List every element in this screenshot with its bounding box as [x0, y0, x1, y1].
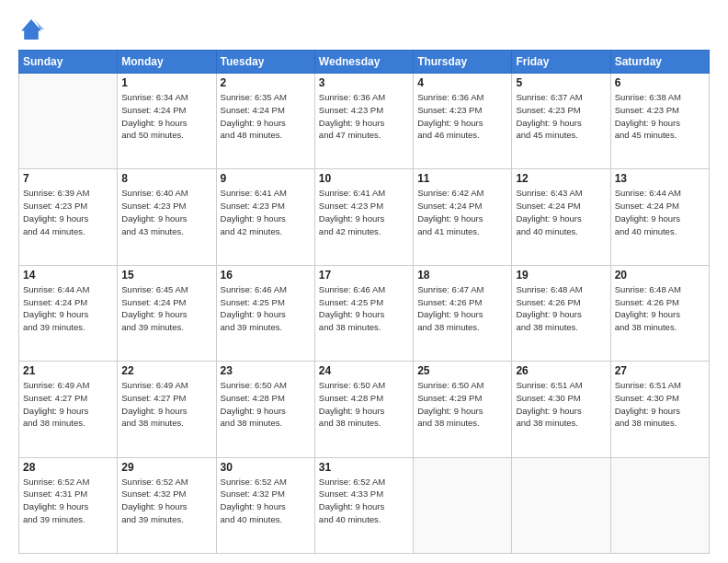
- calendar-cell: 9Sunrise: 6:41 AMSunset: 4:23 PMDaylight…: [216, 169, 314, 265]
- day-info: Sunrise: 6:52 AMSunset: 4:33 PMDaylight:…: [319, 476, 409, 526]
- calendar-cell: [414, 457, 512, 553]
- calendar-cell: 12Sunrise: 6:43 AMSunset: 4:24 PMDayligh…: [512, 169, 610, 265]
- day-number: 25: [417, 364, 507, 377]
- day-number: 26: [516, 364, 606, 377]
- calendar-cell: 2Sunrise: 6:35 AMSunset: 4:24 PMDaylight…: [216, 74, 314, 169]
- day-number: 14: [23, 269, 113, 282]
- calendar-cell: [512, 457, 610, 553]
- day-info: Sunrise: 6:42 AMSunset: 4:24 PMDaylight:…: [417, 187, 507, 237]
- weekday-header-row: SundayMondayTuesdayWednesdayThursdayFrid…: [19, 51, 710, 74]
- svg-marker-0: [21, 19, 41, 40]
- day-number: 29: [121, 461, 211, 474]
- day-number: 7: [23, 172, 113, 185]
- day-info: Sunrise: 6:52 AMSunset: 4:31 PMDaylight:…: [23, 476, 113, 526]
- calendar-cell: 25Sunrise: 6:50 AMSunset: 4:29 PMDayligh…: [414, 362, 512, 457]
- calendar-cell: 31Sunrise: 6:52 AMSunset: 4:33 PMDayligh…: [314, 457, 413, 553]
- calendar-cell: 10Sunrise: 6:41 AMSunset: 4:23 PMDayligh…: [314, 169, 413, 265]
- weekday-header-friday: Friday: [512, 51, 610, 74]
- day-number: 28: [23, 461, 113, 474]
- day-number: 17: [319, 269, 409, 282]
- calendar-cell: 27Sunrise: 6:51 AMSunset: 4:30 PMDayligh…: [610, 362, 709, 457]
- day-info: Sunrise: 6:43 AMSunset: 4:24 PMDaylight:…: [516, 187, 606, 237]
- day-info: Sunrise: 6:51 AMSunset: 4:30 PMDaylight:…: [516, 379, 606, 430]
- day-number: 23: [221, 364, 311, 377]
- day-info: Sunrise: 6:35 AMSunset: 4:24 PMDaylight:…: [221, 91, 311, 142]
- week-row-1: 7Sunrise: 6:39 AMSunset: 4:23 PMDaylight…: [19, 169, 710, 265]
- calendar-cell: 24Sunrise: 6:50 AMSunset: 4:28 PMDayligh…: [314, 362, 413, 457]
- calendar-cell: 29Sunrise: 6:52 AMSunset: 4:32 PMDayligh…: [118, 457, 216, 553]
- calendar-cell: 1Sunrise: 6:34 AMSunset: 4:24 PMDaylight…: [118, 74, 216, 169]
- day-number: 5: [516, 76, 606, 89]
- day-number: 20: [615, 269, 705, 282]
- day-info: Sunrise: 6:49 AMSunset: 4:27 PMDaylight:…: [23, 379, 113, 430]
- day-number: 11: [417, 172, 507, 185]
- day-info: Sunrise: 6:46 AMSunset: 4:25 PMDaylight:…: [319, 283, 409, 334]
- calendar-cell: [19, 74, 118, 169]
- day-info: Sunrise: 6:41 AMSunset: 4:23 PMDaylight:…: [319, 187, 409, 237]
- day-info: Sunrise: 6:41 AMSunset: 4:23 PMDaylight:…: [221, 187, 311, 237]
- calendar-cell: 20Sunrise: 6:48 AMSunset: 4:26 PMDayligh…: [610, 265, 709, 361]
- day-info: Sunrise: 6:39 AMSunset: 4:23 PMDaylight:…: [23, 187, 113, 237]
- day-number: 9: [221, 172, 311, 185]
- calendar-cell: 30Sunrise: 6:52 AMSunset: 4:32 PMDayligh…: [216, 457, 314, 553]
- header: [18, 17, 710, 42]
- day-number: 16: [221, 269, 311, 282]
- calendar-cell: 11Sunrise: 6:42 AMSunset: 4:24 PMDayligh…: [414, 169, 512, 265]
- day-number: 4: [417, 76, 507, 89]
- day-number: 6: [615, 76, 705, 89]
- day-info: Sunrise: 6:37 AMSunset: 4:23 PMDaylight:…: [516, 91, 606, 142]
- day-info: Sunrise: 6:40 AMSunset: 4:23 PMDaylight:…: [121, 187, 211, 237]
- weekday-header-thursday: Thursday: [414, 51, 512, 74]
- day-info: Sunrise: 6:48 AMSunset: 4:26 PMDaylight:…: [516, 283, 606, 334]
- calendar-cell: 19Sunrise: 6:48 AMSunset: 4:26 PMDayligh…: [512, 265, 610, 361]
- day-number: 27: [615, 364, 705, 377]
- day-info: Sunrise: 6:34 AMSunset: 4:24 PMDaylight:…: [121, 91, 211, 142]
- day-number: 31: [319, 461, 409, 474]
- calendar: SundayMondayTuesdayWednesdayThursdayFrid…: [18, 50, 710, 554]
- calendar-cell: [610, 457, 709, 553]
- week-row-0: 1Sunrise: 6:34 AMSunset: 4:24 PMDaylight…: [19, 74, 710, 169]
- week-row-4: 28Sunrise: 6:52 AMSunset: 4:31 PMDayligh…: [19, 457, 710, 553]
- day-number: 8: [121, 172, 211, 185]
- calendar-cell: 16Sunrise: 6:46 AMSunset: 4:25 PMDayligh…: [216, 265, 314, 361]
- day-info: Sunrise: 6:36 AMSunset: 4:23 PMDaylight:…: [319, 91, 409, 142]
- weekday-header-monday: Monday: [118, 51, 216, 74]
- calendar-cell: 22Sunrise: 6:49 AMSunset: 4:27 PMDayligh…: [118, 362, 216, 457]
- day-info: Sunrise: 6:51 AMSunset: 4:30 PMDaylight:…: [615, 379, 705, 430]
- day-number: 3: [319, 76, 409, 89]
- calendar-cell: 4Sunrise: 6:36 AMSunset: 4:23 PMDaylight…: [414, 74, 512, 169]
- day-info: Sunrise: 6:38 AMSunset: 4:23 PMDaylight:…: [615, 91, 705, 142]
- calendar-cell: 28Sunrise: 6:52 AMSunset: 4:31 PMDayligh…: [19, 457, 118, 553]
- day-number: 21: [23, 364, 113, 377]
- day-info: Sunrise: 6:49 AMSunset: 4:27 PMDaylight:…: [121, 379, 211, 430]
- day-number: 13: [615, 172, 705, 185]
- day-info: Sunrise: 6:36 AMSunset: 4:23 PMDaylight:…: [417, 91, 507, 142]
- day-number: 12: [516, 172, 606, 185]
- calendar-cell: 5Sunrise: 6:37 AMSunset: 4:23 PMDaylight…: [512, 74, 610, 169]
- weekday-header-tuesday: Tuesday: [216, 51, 314, 74]
- day-info: Sunrise: 6:45 AMSunset: 4:24 PMDaylight:…: [121, 283, 211, 334]
- day-number: 15: [121, 269, 211, 282]
- calendar-cell: 17Sunrise: 6:46 AMSunset: 4:25 PMDayligh…: [314, 265, 413, 361]
- day-info: Sunrise: 6:50 AMSunset: 4:28 PMDaylight:…: [319, 379, 409, 430]
- calendar-cell: 26Sunrise: 6:51 AMSunset: 4:30 PMDayligh…: [512, 362, 610, 457]
- logo: [18, 17, 48, 42]
- day-number: 30: [221, 461, 311, 474]
- week-row-2: 14Sunrise: 6:44 AMSunset: 4:24 PMDayligh…: [19, 265, 710, 361]
- day-info: Sunrise: 6:50 AMSunset: 4:28 PMDaylight:…: [221, 379, 311, 430]
- calendar-cell: 15Sunrise: 6:45 AMSunset: 4:24 PMDayligh…: [118, 265, 216, 361]
- calendar-cell: 18Sunrise: 6:47 AMSunset: 4:26 PMDayligh…: [414, 265, 512, 361]
- weekday-header-sunday: Sunday: [19, 51, 118, 74]
- day-info: Sunrise: 6:46 AMSunset: 4:25 PMDaylight:…: [221, 283, 311, 334]
- weekday-header-wednesday: Wednesday: [314, 51, 413, 74]
- calendar-cell: 7Sunrise: 6:39 AMSunset: 4:23 PMDaylight…: [19, 169, 118, 265]
- day-number: 18: [417, 269, 507, 282]
- logo-icon: [18, 17, 44, 42]
- page: SundayMondayTuesdayWednesdayThursdayFrid…: [0, 0, 728, 563]
- day-info: Sunrise: 6:50 AMSunset: 4:29 PMDaylight:…: [417, 379, 507, 430]
- calendar-cell: 23Sunrise: 6:50 AMSunset: 4:28 PMDayligh…: [216, 362, 314, 457]
- weekday-header-saturday: Saturday: [610, 51, 709, 74]
- calendar-cell: 8Sunrise: 6:40 AMSunset: 4:23 PMDaylight…: [118, 169, 216, 265]
- week-row-3: 21Sunrise: 6:49 AMSunset: 4:27 PMDayligh…: [19, 362, 710, 457]
- calendar-cell: 21Sunrise: 6:49 AMSunset: 4:27 PMDayligh…: [19, 362, 118, 457]
